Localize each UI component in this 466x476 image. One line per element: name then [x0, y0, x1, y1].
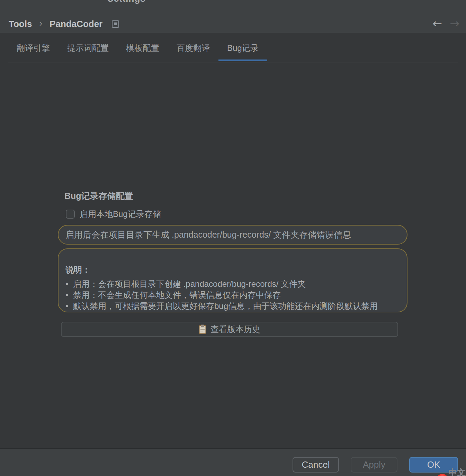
enable-bug-storage-checkbox[interactable] [66, 210, 75, 219]
breadcrumb-tools[interactable]: Tools [9, 19, 32, 29]
tab-template-config[interactable]: 模板配置 [117, 33, 168, 63]
tab-bar: 翻译引擎 提示词配置 模板配置 百度翻译 Bug记录 [8, 33, 267, 63]
tab-bar-divider [8, 63, 458, 63]
php-logo-icon: php [437, 474, 448, 476]
section-title: Bug记录存储配置 [64, 190, 133, 202]
apply-button: Apply [351, 457, 397, 473]
clipboard-icon [199, 324, 206, 334]
view-version-history-label: 查看版本历史 [210, 324, 260, 335]
tab-baidu-translate[interactable]: 百度翻译 [168, 33, 218, 63]
forward-arrow-icon: → [446, 16, 463, 31]
explanation-bullet-1: •启用：会在项目根目录下创建 .pandacoder/bug-records/ … [65, 278, 400, 290]
watermark-text: 中文网 [449, 467, 466, 476]
restore-window-icon[interactable] [112, 20, 119, 28]
explanation-title: 说明： [65, 264, 400, 275]
footer-bar: Cancel Apply OK [0, 449, 466, 476]
dialog-header: Settings Tools › PandaCoder ← → [0, 0, 466, 33]
breadcrumb-pandacoder: PandaCoder [50, 19, 102, 29]
storage-info-text: 启用后会在项目目录下生成 .pandacoder/bug-records/ 文件… [65, 229, 351, 240]
tab-prompt-config[interactable]: 提示词配置 [59, 33, 117, 63]
dialog-title: Settings [107, 0, 146, 4]
explanation-bullet-3: •默认禁用，可根据需要开启以更好保存bug信息，由于该功能还在内测阶段默认禁用 [65, 301, 400, 312]
back-arrow-icon[interactable]: ← [429, 16, 446, 31]
settings-dialog: Settings Tools › PandaCoder ← → 翻译引擎 提示词… [0, 0, 466, 476]
explanation-bullet-2: •禁用：不会生成任何本地文件，错误信息仅在内存中保存 [65, 290, 400, 301]
enable-bug-storage-row: 启用本地Bug记录存储 [66, 209, 161, 220]
bullet-icon: • [65, 301, 73, 312]
cancel-button[interactable]: Cancel [293, 457, 339, 473]
history-nav: ← → [429, 16, 463, 31]
tab-bug-records[interactable]: Bug记录 [218, 33, 267, 63]
bullet-icon: • [65, 290, 73, 301]
explanation-box: 说明： •启用：会在项目根目录下创建 .pandacoder/bug-recor… [58, 248, 407, 312]
breadcrumb-separator-icon: › [39, 18, 42, 30]
enable-bug-storage-label[interactable]: 启用本地Bug记录存储 [80, 209, 161, 220]
view-version-history-button[interactable]: 查看版本历史 [61, 322, 398, 337]
tab-translation-engine[interactable]: 翻译引擎 [8, 33, 59, 63]
storage-info-box: 启用后会在项目目录下生成 .pandacoder/bug-records/ 文件… [58, 225, 407, 245]
breadcrumb: Tools › PandaCoder [9, 18, 119, 29]
bullet-icon: • [65, 278, 73, 290]
php-cn-watermark: php 中文网 [437, 467, 466, 476]
